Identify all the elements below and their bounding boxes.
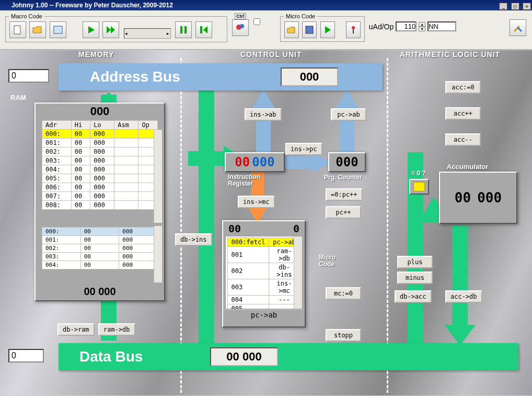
address-bus-value: 000 (281, 67, 338, 86)
microcode-panel: 000 000:fetclpc->ab001ram->db002db->ins0… (222, 220, 306, 327)
ctrl-badge: Ctrl (235, 13, 246, 19)
maximize-button[interactable]: □ (511, 3, 519, 10)
acc-db-button[interactable]: acc->db (445, 290, 482, 303)
fast-forward-button[interactable] (102, 21, 119, 38)
uadop-label: uAd/Op (369, 22, 394, 31)
alu-title: ARITHMETIC LOGIC UNIT (400, 50, 500, 59)
micro-legend: Micro Code (284, 13, 317, 19)
svg-rect-20 (199, 89, 214, 346)
ram-label: RAM (10, 94, 26, 101)
svg-rect-25 (452, 225, 468, 330)
plus-button[interactable]: plus (397, 256, 433, 268)
svg-point-14 (352, 26, 355, 29)
svg-rect-31 (284, 156, 315, 169)
reset-button[interactable] (195, 21, 212, 38)
memory-title: MEMORY (78, 50, 114, 59)
svg-line-17 (517, 27, 522, 31)
ir-label: InstructionRegister (228, 174, 260, 187)
svg-marker-9 (203, 26, 207, 33)
pcpp-button[interactable]: pc++ (326, 206, 361, 219)
uadop-value-input[interactable] (396, 21, 417, 31)
svg-marker-4 (107, 26, 111, 33)
svg-rect-2 (54, 26, 62, 33)
address-input[interactable] (8, 69, 49, 83)
data-bus-value: 00 000 (210, 347, 278, 366)
micro-play-button[interactable] (320, 21, 335, 38)
micro-open-button[interactable] (284, 21, 299, 38)
window-title: Johnny 1.00 -- Freeware by Peter Dausche… (11, 2, 498, 9)
acc-label: Accumulator (447, 163, 488, 171)
db-ram-button[interactable]: db->ram (57, 323, 95, 336)
control-title: CONTROL UNIT (240, 50, 302, 59)
svg-rect-6 (180, 26, 182, 33)
microcode-label: MicroCode (319, 254, 336, 268)
accumulator: 00000 (439, 172, 517, 224)
settings-button[interactable] (232, 19, 249, 36)
svg-rect-12 (306, 26, 313, 33)
ram-button[interactable] (50, 21, 66, 38)
micro-record-button[interactable] (346, 21, 361, 38)
new-file-button[interactable] (9, 21, 26, 38)
program-counter: 000 (328, 152, 366, 172)
minus-button[interactable]: minus (397, 271, 433, 284)
ins-mc-button[interactable]: ins->mc (238, 196, 275, 208)
data-input[interactable] (8, 349, 44, 363)
eq0-label: = 0 ? (411, 169, 426, 177)
db-ins-button[interactable]: db->ins (175, 233, 212, 246)
uadop-down[interactable]: ▼ (419, 27, 425, 31)
svg-marker-28 (251, 89, 276, 110)
svg-marker-13 (325, 26, 331, 33)
data-bus: Data Bus 00 000 (59, 343, 518, 370)
svg-point-11 (240, 24, 244, 28)
db-acc-button[interactable]: db->acc (395, 290, 432, 303)
ctrl-checkbox[interactable] (253, 18, 260, 25)
pc-ab-button[interactable]: pc->ab (331, 108, 366, 121)
pause-button[interactable] (175, 21, 192, 38)
eq0-lamp (409, 179, 429, 195)
svg-marker-30 (334, 89, 360, 110)
uadop-text-input[interactable] (427, 21, 456, 31)
svg-rect-8 (200, 26, 202, 33)
svg-rect-21 (188, 151, 230, 166)
ram-db-button[interactable]: ram->db (98, 323, 135, 336)
svg-marker-26 (444, 325, 476, 346)
svg-rect-7 (184, 26, 187, 33)
minimize-button[interactable]: _ (499, 3, 507, 10)
ins-pc-button[interactable]: ins->pc (285, 143, 322, 155)
mc0-button[interactable]: mc:=0 (326, 287, 361, 300)
ram-panel: 000 AdrHiLoAsmOp000:00000001:00000002:00… (34, 103, 165, 301)
micro-save-button[interactable] (302, 21, 317, 38)
instruction-register: 00000 (225, 152, 285, 172)
accmm-button[interactable]: acc-- (445, 133, 481, 146)
microcode-table[interactable]: 000:fetclpc->ab001ram->db002db->ins003in… (227, 237, 300, 309)
address-bus: Address Bus 000 (59, 63, 383, 90)
play-button[interactable] (83, 21, 99, 38)
pc-label: Prg. Counter (324, 174, 362, 181)
tools-button[interactable] (510, 19, 526, 36)
ins-ab-button[interactable]: ins->ab (245, 108, 282, 121)
stopp-button[interactable]: stopp (326, 329, 361, 342)
ram-table[interactable]: AdrHiLoAsmOp000:00000001:00000002:000000… (42, 120, 158, 210)
app-icon (1, 1, 9, 9)
uadop-up[interactable]: ▲ (419, 22, 425, 27)
svg-marker-5 (111, 26, 115, 33)
open-file-button[interactable] (29, 21, 46, 38)
macro-legend: Macro Code (9, 13, 44, 19)
ram-table-2[interactable]: 000:00000001:00000002:00000003:00000004:… (42, 227, 158, 269)
eq0pcpp-button[interactable]: =0:pc++ (326, 188, 363, 201)
close-button[interactable]: ✕ (523, 3, 531, 10)
acc0-button[interactable]: acc:=0 (445, 81, 481, 94)
svg-marker-3 (88, 26, 95, 33)
accpp-button[interactable]: acc++ (445, 107, 481, 120)
